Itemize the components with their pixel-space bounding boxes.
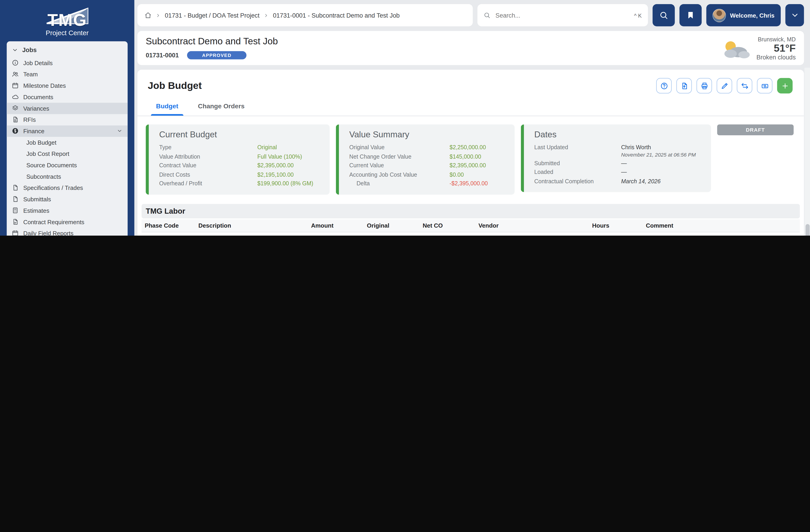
field-value: Original xyxy=(257,144,277,151)
weather-icon xyxy=(721,38,751,61)
file-export-button[interactable] xyxy=(677,78,692,94)
field-label: Original Value xyxy=(349,144,450,151)
sidebar-item-label: Documents xyxy=(23,94,53,100)
column-header: Vendor xyxy=(479,222,592,229)
calendar-icon xyxy=(12,82,18,89)
home-icon[interactable] xyxy=(145,12,151,18)
sidebar-item-source-documents[interactable]: Source Documents xyxy=(6,159,128,171)
field-label: Contractual Completion xyxy=(534,178,621,185)
tmg-labor-section: TMG Labor Phase Code Description Amount … xyxy=(137,204,804,236)
user-menu-button[interactable]: Welcome, Chris xyxy=(706,4,781,26)
value-summary-card: Value Summary Original Value$2,250,000.0… xyxy=(336,124,515,195)
top-bar: 01731 - Budget / DOA Test Project 01731-… xyxy=(137,4,804,26)
sidebar-item-job-budget[interactable]: Job Budget xyxy=(6,137,128,148)
section-title: TMG Labor xyxy=(142,204,800,218)
field-label: Accounting Job Cost Value xyxy=(349,171,450,178)
sidebar-item-variances[interactable]: Variances xyxy=(6,103,128,114)
table-row: 01010- Non-Craft Labor $132,000.00 $132,… xyxy=(142,232,800,236)
jobs-section-label: Jobs xyxy=(22,46,37,54)
content-scrollbar[interactable] xyxy=(805,68,810,236)
transfer-button[interactable] xyxy=(737,78,752,94)
comment-cell: Project Manager xyxy=(646,235,800,236)
logo-acronym: TMG xyxy=(47,12,87,28)
bookmark-button[interactable] xyxy=(679,4,702,26)
sidebar-item-daily-field-reports[interactable]: Daily Field Reports xyxy=(6,228,128,236)
chevron-down-icon xyxy=(12,47,18,53)
page-title: Job Budget xyxy=(148,80,202,92)
sidebar-item-job-details[interactable]: Job Details xyxy=(6,57,128,69)
scrollbar-thumb[interactable] xyxy=(806,224,810,236)
field-value: March 14, 2026 xyxy=(621,178,661,185)
edit-button[interactable] xyxy=(717,78,732,94)
column-header: Comment xyxy=(646,222,800,229)
jobs-section-toggle[interactable]: Jobs xyxy=(6,43,128,57)
rfi-document-icon xyxy=(12,116,18,123)
card-title: Value Summary xyxy=(349,130,507,139)
field-value: Full Value (100%) xyxy=(257,153,302,160)
question-icon xyxy=(660,82,668,89)
search-shortcut-hint: ^ K xyxy=(634,12,642,18)
sidebar-item-label: Milestone Dates xyxy=(23,83,66,89)
sidebar-item-label: Subcontracts xyxy=(26,173,61,179)
app: TMG Project Center Jobs Job Details Team… xyxy=(0,0,810,236)
field-label: Overhead / Profit xyxy=(159,180,257,187)
sidebar-item-label: Submittals xyxy=(23,196,51,202)
document-icon xyxy=(12,184,18,191)
field-label: Submitted xyxy=(534,159,621,167)
sidebar-item-contract-requirements[interactable]: Contract Requirements xyxy=(6,216,128,228)
labor-header-row: Phase Code Description Amount Original N… xyxy=(142,219,800,232)
card-title: Current Budget xyxy=(159,130,322,139)
sidebar-item-label: Daily Field Reports xyxy=(23,230,74,236)
breadcrumb-chevron-icon xyxy=(264,13,269,18)
card-title: Dates xyxy=(534,130,704,139)
sidebar-item-team[interactable]: Team xyxy=(6,69,128,80)
sidebar-item-label: Estimates xyxy=(23,207,49,214)
field-value: — xyxy=(621,159,627,167)
sidebar-item-estimates[interactable]: Estimates xyxy=(6,205,128,216)
breadcrumb-project-link[interactable]: 01731 - Budget / DOA Test Project xyxy=(165,12,260,19)
sidebar-item-submittals[interactable]: Submittals xyxy=(6,194,128,205)
sidebar-item-subcontracts[interactable]: Subcontracts xyxy=(6,171,128,182)
status-badge: APPROVED xyxy=(187,51,246,60)
tab-bar: Budget Change Orders xyxy=(137,94,804,116)
sidebar-item-milestone-dates[interactable]: Milestone Dates xyxy=(6,80,128,92)
sidebar-item-rfis[interactable]: RFIs xyxy=(6,114,128,126)
sidebar-item-label: RFIs xyxy=(23,117,36,123)
sidebar-item-label: Source Documents xyxy=(26,162,77,168)
weather-temperature: 51°F xyxy=(757,42,796,54)
amount-cell: $132,000.00 xyxy=(311,235,367,236)
field-value: $2,195,100.00 xyxy=(257,171,294,178)
search-button[interactable] xyxy=(652,4,675,26)
add-button[interactable] xyxy=(777,78,793,94)
search-input[interactable] xyxy=(495,11,630,19)
sidebar-item-specifications-trades[interactable]: Specifications / Trades xyxy=(6,182,128,194)
field-label: Delta xyxy=(349,180,450,187)
field-label: Net Change Order Value xyxy=(349,153,450,160)
breadcrumb: 01731 - Budget / DOA Test Project 01731-… xyxy=(137,4,473,26)
sidebar-item-label: Job Cost Report xyxy=(26,151,69,157)
breadcrumb-job-link[interactable]: 01731-0001 - Subcontract Demo and Test J… xyxy=(273,12,400,19)
field-value: — xyxy=(621,168,627,176)
help-button[interactable] xyxy=(656,78,671,94)
payment-button[interactable] xyxy=(757,78,773,94)
tab-budget[interactable]: Budget xyxy=(148,98,187,116)
sidebar-item-finance[interactable]: Finance xyxy=(6,125,128,137)
app-logo[interactable]: TMG Project Center xyxy=(6,5,128,36)
field-value: $0.00 xyxy=(450,171,507,178)
sidebar-item-label: Variances xyxy=(23,105,49,111)
chevron-down-icon xyxy=(790,11,799,19)
phase-code-cell: 01010- xyxy=(145,235,198,236)
weather-widget: Brunswick, MD 51°F Broken clouds xyxy=(721,36,796,61)
weather-location: Brunswick, MD xyxy=(757,36,796,42)
sidebar-item-job-cost-report[interactable]: Job Cost Report xyxy=(6,148,128,160)
printer-icon xyxy=(700,82,708,89)
field-value: $2,395,000.00 xyxy=(257,162,294,169)
tab-change-orders[interactable]: Change Orders xyxy=(190,98,253,116)
sidebar-item-documents[interactable]: Documents xyxy=(6,91,128,103)
print-button[interactable] xyxy=(697,78,712,94)
column-header: Hours xyxy=(592,222,646,229)
column-header: Description xyxy=(198,222,311,229)
user-menu-chevron-button[interactable] xyxy=(785,4,804,26)
bookmark-icon xyxy=(686,11,695,19)
search-icon xyxy=(659,11,668,19)
